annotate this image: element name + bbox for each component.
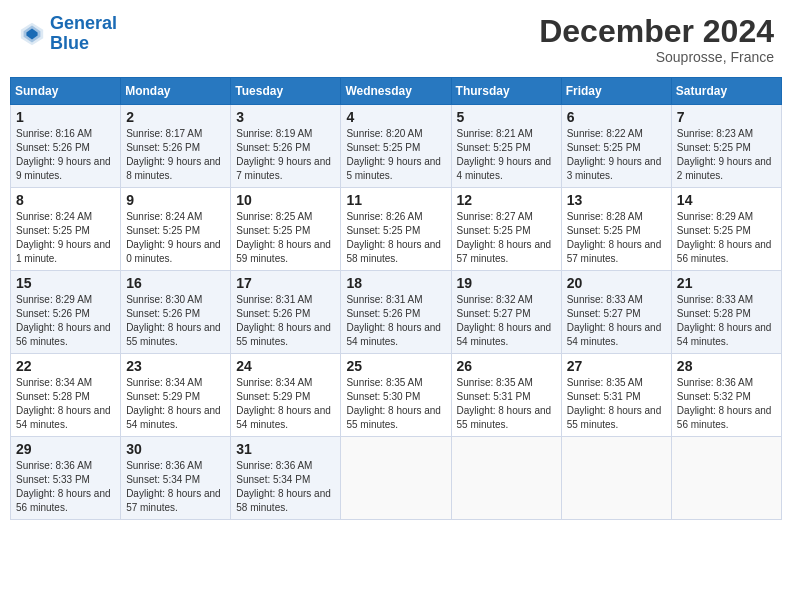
weekday-header: Friday (561, 78, 671, 105)
day-number: 7 (677, 109, 776, 125)
day-info: Sunrise: 8:35 AM Sunset: 5:31 PM Dayligh… (567, 376, 666, 432)
day-info: Sunrise: 8:26 AM Sunset: 5:25 PM Dayligh… (346, 210, 445, 266)
logo-icon (18, 20, 46, 48)
day-info: Sunrise: 8:35 AM Sunset: 5:30 PM Dayligh… (346, 376, 445, 432)
calendar-cell: 19 Sunrise: 8:32 AM Sunset: 5:27 PM Dayl… (451, 271, 561, 354)
calendar-cell: 30 Sunrise: 8:36 AM Sunset: 5:34 PM Dayl… (121, 437, 231, 520)
day-number: 10 (236, 192, 335, 208)
calendar-cell: 17 Sunrise: 8:31 AM Sunset: 5:26 PM Dayl… (231, 271, 341, 354)
day-info: Sunrise: 8:25 AM Sunset: 5:25 PM Dayligh… (236, 210, 335, 266)
day-info: Sunrise: 8:33 AM Sunset: 5:28 PM Dayligh… (677, 293, 776, 349)
day-info: Sunrise: 8:36 AM Sunset: 5:34 PM Dayligh… (126, 459, 225, 515)
day-number: 26 (457, 358, 556, 374)
day-number: 20 (567, 275, 666, 291)
day-number: 9 (126, 192, 225, 208)
day-number: 2 (126, 109, 225, 125)
calendar-week-row: 29 Sunrise: 8:36 AM Sunset: 5:33 PM Dayl… (11, 437, 782, 520)
day-info: Sunrise: 8:28 AM Sunset: 5:25 PM Dayligh… (567, 210, 666, 266)
day-number: 23 (126, 358, 225, 374)
day-info: Sunrise: 8:31 AM Sunset: 5:26 PM Dayligh… (236, 293, 335, 349)
weekday-header: Wednesday (341, 78, 451, 105)
day-number: 28 (677, 358, 776, 374)
calendar-cell: 21 Sunrise: 8:33 AM Sunset: 5:28 PM Dayl… (671, 271, 781, 354)
calendar-cell: 23 Sunrise: 8:34 AM Sunset: 5:29 PM Dayl… (121, 354, 231, 437)
calendar-cell: 25 Sunrise: 8:35 AM Sunset: 5:30 PM Dayl… (341, 354, 451, 437)
day-info: Sunrise: 8:22 AM Sunset: 5:25 PM Dayligh… (567, 127, 666, 183)
calendar-cell: 24 Sunrise: 8:34 AM Sunset: 5:29 PM Dayl… (231, 354, 341, 437)
day-info: Sunrise: 8:34 AM Sunset: 5:29 PM Dayligh… (126, 376, 225, 432)
calendar-week-row: 15 Sunrise: 8:29 AM Sunset: 5:26 PM Dayl… (11, 271, 782, 354)
month-title: December 2024 (539, 14, 774, 49)
day-info: Sunrise: 8:35 AM Sunset: 5:31 PM Dayligh… (457, 376, 556, 432)
weekday-header-row: SundayMondayTuesdayWednesdayThursdayFrid… (11, 78, 782, 105)
calendar-week-row: 8 Sunrise: 8:24 AM Sunset: 5:25 PM Dayli… (11, 188, 782, 271)
day-info: Sunrise: 8:24 AM Sunset: 5:25 PM Dayligh… (126, 210, 225, 266)
day-info: Sunrise: 8:20 AM Sunset: 5:25 PM Dayligh… (346, 127, 445, 183)
day-number: 4 (346, 109, 445, 125)
calendar-cell: 4 Sunrise: 8:20 AM Sunset: 5:25 PM Dayli… (341, 105, 451, 188)
day-info: Sunrise: 8:29 AM Sunset: 5:25 PM Dayligh… (677, 210, 776, 266)
calendar-week-row: 1 Sunrise: 8:16 AM Sunset: 5:26 PM Dayli… (11, 105, 782, 188)
logo-general: General (50, 13, 117, 33)
day-number: 22 (16, 358, 115, 374)
calendar-cell: 10 Sunrise: 8:25 AM Sunset: 5:25 PM Dayl… (231, 188, 341, 271)
day-number: 29 (16, 441, 115, 457)
day-info: Sunrise: 8:24 AM Sunset: 5:25 PM Dayligh… (16, 210, 115, 266)
day-info: Sunrise: 8:33 AM Sunset: 5:27 PM Dayligh… (567, 293, 666, 349)
day-number: 30 (126, 441, 225, 457)
calendar-cell: 28 Sunrise: 8:36 AM Sunset: 5:32 PM Dayl… (671, 354, 781, 437)
day-number: 19 (457, 275, 556, 291)
calendar-cell: 15 Sunrise: 8:29 AM Sunset: 5:26 PM Dayl… (11, 271, 121, 354)
day-number: 1 (16, 109, 115, 125)
day-info: Sunrise: 8:36 AM Sunset: 5:32 PM Dayligh… (677, 376, 776, 432)
day-number: 14 (677, 192, 776, 208)
day-number: 15 (16, 275, 115, 291)
calendar-cell (341, 437, 451, 520)
calendar-cell: 7 Sunrise: 8:23 AM Sunset: 5:25 PM Dayli… (671, 105, 781, 188)
day-info: Sunrise: 8:34 AM Sunset: 5:28 PM Dayligh… (16, 376, 115, 432)
weekday-header: Tuesday (231, 78, 341, 105)
page-header: General Blue December 2024 Souprosse, Fr… (10, 10, 782, 69)
calendar-cell: 20 Sunrise: 8:33 AM Sunset: 5:27 PM Dayl… (561, 271, 671, 354)
calendar-cell: 3 Sunrise: 8:19 AM Sunset: 5:26 PM Dayli… (231, 105, 341, 188)
calendar-cell: 14 Sunrise: 8:29 AM Sunset: 5:25 PM Dayl… (671, 188, 781, 271)
day-info: Sunrise: 8:16 AM Sunset: 5:26 PM Dayligh… (16, 127, 115, 183)
calendar-cell: 27 Sunrise: 8:35 AM Sunset: 5:31 PM Dayl… (561, 354, 671, 437)
day-number: 6 (567, 109, 666, 125)
day-number: 27 (567, 358, 666, 374)
day-number: 17 (236, 275, 335, 291)
day-info: Sunrise: 8:21 AM Sunset: 5:25 PM Dayligh… (457, 127, 556, 183)
calendar-cell (451, 437, 561, 520)
day-number: 5 (457, 109, 556, 125)
calendar-cell: 8 Sunrise: 8:24 AM Sunset: 5:25 PM Dayli… (11, 188, 121, 271)
calendar-cell: 16 Sunrise: 8:30 AM Sunset: 5:26 PM Dayl… (121, 271, 231, 354)
weekday-header: Sunday (11, 78, 121, 105)
calendar-cell: 22 Sunrise: 8:34 AM Sunset: 5:28 PM Dayl… (11, 354, 121, 437)
day-info: Sunrise: 8:17 AM Sunset: 5:26 PM Dayligh… (126, 127, 225, 183)
calendar-cell: 1 Sunrise: 8:16 AM Sunset: 5:26 PM Dayli… (11, 105, 121, 188)
day-number: 21 (677, 275, 776, 291)
day-info: Sunrise: 8:31 AM Sunset: 5:26 PM Dayligh… (346, 293, 445, 349)
calendar-cell: 6 Sunrise: 8:22 AM Sunset: 5:25 PM Dayli… (561, 105, 671, 188)
calendar-table: SundayMondayTuesdayWednesdayThursdayFrid… (10, 77, 782, 520)
day-number: 16 (126, 275, 225, 291)
day-number: 11 (346, 192, 445, 208)
day-info: Sunrise: 8:23 AM Sunset: 5:25 PM Dayligh… (677, 127, 776, 183)
calendar-cell: 13 Sunrise: 8:28 AM Sunset: 5:25 PM Dayl… (561, 188, 671, 271)
calendar-cell: 2 Sunrise: 8:17 AM Sunset: 5:26 PM Dayli… (121, 105, 231, 188)
calendar-cell (671, 437, 781, 520)
day-number: 12 (457, 192, 556, 208)
calendar-cell (561, 437, 671, 520)
day-number: 31 (236, 441, 335, 457)
day-number: 25 (346, 358, 445, 374)
day-info: Sunrise: 8:19 AM Sunset: 5:26 PM Dayligh… (236, 127, 335, 183)
day-info: Sunrise: 8:27 AM Sunset: 5:25 PM Dayligh… (457, 210, 556, 266)
day-info: Sunrise: 8:30 AM Sunset: 5:26 PM Dayligh… (126, 293, 225, 349)
weekday-header: Thursday (451, 78, 561, 105)
calendar-cell: 31 Sunrise: 8:36 AM Sunset: 5:34 PM Dayl… (231, 437, 341, 520)
weekday-header: Monday (121, 78, 231, 105)
day-number: 3 (236, 109, 335, 125)
calendar-cell: 5 Sunrise: 8:21 AM Sunset: 5:25 PM Dayli… (451, 105, 561, 188)
logo-blue: Blue (50, 33, 89, 53)
title-block: December 2024 Souprosse, France (539, 14, 774, 65)
